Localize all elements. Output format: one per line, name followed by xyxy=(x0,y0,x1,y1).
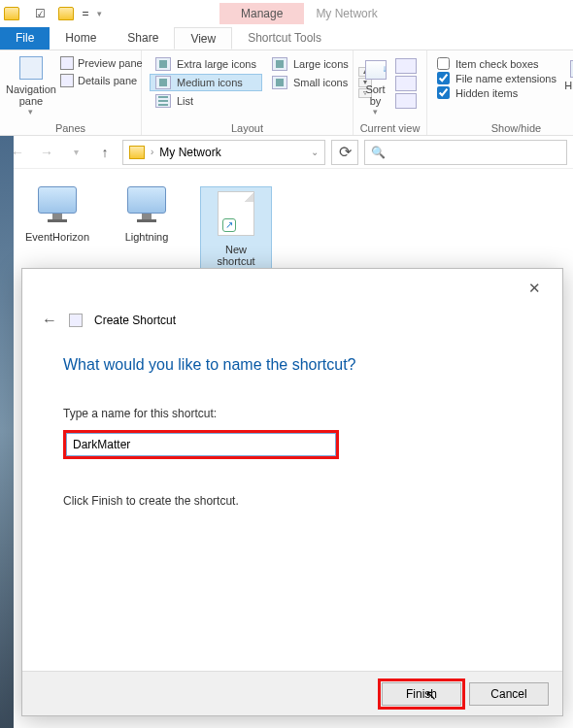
shortcut-name-label: Type a name for this shortcut: xyxy=(63,407,522,420)
ribbon: Navigation pane ▾ Preview pane Details p… xyxy=(0,50,573,136)
tab-view[interactable]: View xyxy=(174,27,232,50)
layout-list-label: List xyxy=(177,95,193,107)
hidden-items-label: Hidden items xyxy=(455,87,518,99)
small-icons-icon xyxy=(272,76,287,89)
dialog-footer: Finish ↖ Cancel xyxy=(22,671,562,715)
navigation-pane-button[interactable]: Navigation pane ▾ xyxy=(6,54,56,116)
window-title: My Network xyxy=(316,7,377,20)
address-bar: ← → ▾ ↑ › My Network ⌄ ⟳ 🔍 xyxy=(0,136,573,169)
file-label: Lightning xyxy=(111,231,183,243)
tab-home[interactable]: Home xyxy=(50,27,112,50)
extra-large-icons-icon xyxy=(155,57,171,71)
item-check-boxes-checkbox[interactable] xyxy=(437,57,450,70)
qat-folder-icon[interactable] xyxy=(58,7,74,20)
ribbon-group-panes: Navigation pane ▾ Preview pane Details p… xyxy=(0,50,142,135)
breadcrumb-location[interactable]: My Network xyxy=(159,146,220,159)
navigation-pane-label: Navigation pane xyxy=(6,83,56,107)
qat-dropdown-icon[interactable]: ▾ xyxy=(97,9,102,18)
tab-share[interactable]: Share xyxy=(112,27,174,50)
dialog-title: Create Shortcut xyxy=(94,314,176,327)
preview-pane-button[interactable]: Preview pane xyxy=(56,54,147,72)
file-item-lightning[interactable]: Lightning xyxy=(111,186,183,272)
create-shortcut-dialog: ✕ ← Create Shortcut What would you like … xyxy=(21,268,563,716)
list-icon xyxy=(155,94,171,108)
breadcrumb-folder-icon xyxy=(129,146,145,159)
item-check-boxes-label: Item check boxes xyxy=(455,58,539,70)
size-columns-button[interactable] xyxy=(395,93,417,109)
show-hide-group-label: Show/hide xyxy=(433,120,573,134)
layout-extra-large-label: Extra large icons xyxy=(177,58,256,70)
large-icons-icon xyxy=(272,57,287,71)
layout-medium-label: Medium icons xyxy=(177,77,243,88)
file-name-extensions-toggle[interactable]: File name extensions xyxy=(433,71,560,85)
layout-medium-icons[interactable]: Medium icons xyxy=(150,74,262,91)
refresh-button[interactable]: ⟳ xyxy=(331,140,358,165)
file-label: New shortcut xyxy=(205,244,267,267)
hide-selected-button[interactable]: Hide s xyxy=(560,54,573,100)
preview-pane-icon xyxy=(60,56,74,70)
cancel-button[interactable]: Cancel xyxy=(469,682,549,706)
layout-extra-large-icons[interactable]: Extra large icons xyxy=(150,55,262,73)
dialog-hint: Click Finish to create the shortcut. xyxy=(63,494,522,508)
item-check-boxes-toggle[interactable]: Item check boxes xyxy=(433,56,560,71)
panes-group-label: Panes xyxy=(6,120,135,134)
sort-icon xyxy=(365,60,387,80)
details-pane-icon xyxy=(60,74,74,87)
layout-large-icons[interactable]: Large icons xyxy=(266,55,354,73)
tab-file[interactable]: File xyxy=(0,27,50,50)
layout-list[interactable]: List xyxy=(150,92,262,110)
file-label: EventHorizon xyxy=(21,231,93,243)
add-columns-button[interactable] xyxy=(395,76,417,91)
file-name-extensions-checkbox[interactable] xyxy=(437,72,450,84)
preview-pane-label: Preview pane xyxy=(78,57,143,69)
hidden-items-checkbox[interactable] xyxy=(437,86,450,99)
layout-row-blank xyxy=(266,92,354,110)
search-box[interactable]: 🔍 xyxy=(364,140,567,165)
ribbon-group-current-view: Sort by ▾ Current view xyxy=(354,50,427,135)
layout-large-label: Large icons xyxy=(293,58,349,70)
file-item-new-shortcut[interactable]: ↗ New shortcut xyxy=(200,186,272,272)
contextual-tab-manage[interactable]: Manage xyxy=(219,3,304,24)
group-by-button[interactable] xyxy=(395,58,417,74)
hide-selected-label: Hide s xyxy=(560,80,573,91)
dialog-heading: What would you like to name the shortcut… xyxy=(63,356,522,374)
nav-forward-button[interactable]: → xyxy=(35,141,58,164)
layout-group-label: Layout xyxy=(148,120,347,134)
medium-icons-icon xyxy=(155,76,171,89)
qat-equals-icon[interactable]: = xyxy=(76,4,95,23)
layout-small-label: Small icons xyxy=(293,77,348,88)
details-pane-label: Details pane xyxy=(78,75,137,86)
finish-button-label: Finish xyxy=(406,687,437,701)
file-name-extensions-label: File name extensions xyxy=(455,73,556,84)
ribbon-group-layout: Extra large icons Medium icons List Larg… xyxy=(142,50,354,135)
shortcut-name-input[interactable] xyxy=(66,433,336,456)
breadcrumb-dropdown-icon[interactable]: ⌄ xyxy=(311,147,319,157)
sort-by-label: Sort by xyxy=(359,83,391,107)
file-item-eventhorizon[interactable]: EventHorizon xyxy=(21,186,93,272)
breadcrumb[interactable]: › My Network ⌄ xyxy=(122,140,325,165)
title-bar: ☑ = ▾ Manage My Network xyxy=(0,0,573,27)
ribbon-group-show-hide: Item check boxes File name extensions Hi… xyxy=(427,50,573,135)
nav-up-button[interactable]: ↑ xyxy=(93,141,117,164)
qat-checkbox-icon[interactable]: ☑ xyxy=(30,4,50,23)
sort-by-button[interactable]: Sort by ▾ xyxy=(359,54,391,116)
dialog-shortcut-icon xyxy=(69,314,83,327)
dialog-close-button[interactable]: ✕ xyxy=(519,274,551,303)
finish-button[interactable]: Finish ↖ xyxy=(382,682,461,706)
search-icon: 🔍 xyxy=(371,146,386,159)
tab-shortcut-tools[interactable]: Shortcut Tools xyxy=(232,27,337,50)
nav-recent-dropdown[interactable]: ▾ xyxy=(64,141,87,164)
ribbon-tabs: File Home Share View Shortcut Tools xyxy=(0,27,573,50)
app-folder-icon xyxy=(4,7,19,20)
hidden-items-toggle[interactable]: Hidden items xyxy=(433,85,560,100)
dialog-back-button[interactable]: ← xyxy=(42,312,57,329)
layout-small-icons[interactable]: Small icons xyxy=(266,74,354,91)
current-view-group-label: Current view xyxy=(359,120,421,134)
details-pane-button[interactable]: Details pane xyxy=(56,72,147,89)
breadcrumb-root-chevron[interactable]: › xyxy=(151,147,153,157)
desktop-sliver xyxy=(0,136,14,728)
